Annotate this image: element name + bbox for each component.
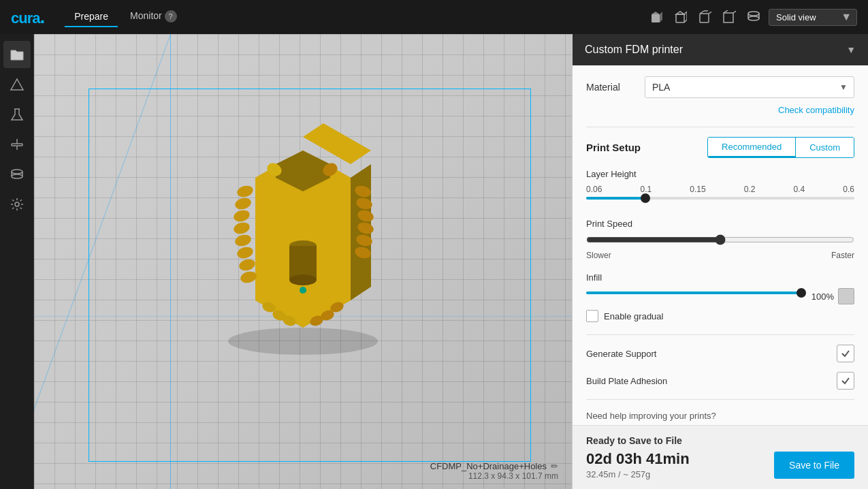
svg-rect-12 <box>724 13 733 22</box>
view-select[interactable]: Solid view X-ray view Layers view <box>769 9 857 26</box>
layer-height-ticks: 0.06 0.1 0.15 0.2 0.4 0.6 <box>586 185 854 194</box>
viewport[interactable]: CFDMP_No+Drainage+Holes ✏ 112.3 x 94.3 x… <box>34 34 572 489</box>
enable-gradual-label: Enable gradual <box>604 311 663 321</box>
panel-title: Custom FDM printer <box>585 44 683 56</box>
save-to-file-btn[interactable]: Save to File <box>774 452 854 479</box>
speed-labels: Slower Faster <box>586 251 854 260</box>
print-speed-slider[interactable] <box>586 234 854 245</box>
speed-min-label: Slower <box>586 251 611 260</box>
material-label: Material <box>586 82 634 93</box>
ready-label: Ready to Save to File <box>586 435 854 446</box>
print-setup-header: Print Setup Recommended Custom <box>586 137 854 158</box>
print-stats: 32.45m / ~ 257g <box>586 469 690 479</box>
tick-015: 0.15 <box>690 185 705 194</box>
divider-3 <box>586 399 854 400</box>
view-dropdown-wrap: Solid view X-ray view Layers view ▼ <box>769 9 857 26</box>
svg-line-10 <box>709 11 711 14</box>
svg-point-39 <box>234 196 252 211</box>
svg-point-37 <box>289 274 317 285</box>
tick-04: 0.4 <box>793 185 805 194</box>
view-cube-layers-btn[interactable] <box>744 7 763 27</box>
view-cube-solid-btn[interactable] <box>646 7 665 27</box>
check-compat: Check compatibility <box>586 104 854 116</box>
layer-height-slider-wrap <box>586 197 854 206</box>
enable-gradual-checkbox[interactable] <box>586 310 598 322</box>
toggle-custom-btn[interactable]: Custom <box>796 138 854 157</box>
svg-marker-4 <box>676 12 684 14</box>
tab-prepare[interactable]: Prepare <box>65 7 118 27</box>
svg-rect-8 <box>700 14 709 22</box>
material-row: Material PLA ABS PETG TPU ▼ <box>586 76 854 98</box>
svg-point-40 <box>232 208 251 223</box>
tick-01: 0.1 <box>640 185 652 194</box>
print-speed-label: Print Speed <box>586 219 854 229</box>
view-cube-outline-btn[interactable] <box>695 7 714 27</box>
time-stats-wrap: 02d 03h 41min 32.45m / ~ 257g <box>586 450 690 479</box>
material-select[interactable]: PLA ABS PETG TPU <box>645 76 854 98</box>
material-select-wrap: PLA ABS PETG TPU ▼ <box>645 76 854 98</box>
panel-footer: Ready to Save to File 02d 03h 41min 32.4… <box>573 425 868 489</box>
sidebar-item-shapes[interactable] <box>3 71 31 98</box>
sidebar-item-settings[interactable] <box>3 191 31 218</box>
tick-006: 0.06 <box>586 185 602 194</box>
header-icons: Solid view X-ray view Layers view ▼ <box>646 7 857 27</box>
infill-label: Infill <box>586 272 854 283</box>
axis-vertical <box>170 34 171 489</box>
generate-support-checkbox[interactable] <box>837 345 854 362</box>
infill-value-wrap: 100% <box>808 288 854 304</box>
layer-height-thumb[interactable] <box>641 193 650 203</box>
svg-point-45 <box>239 270 257 285</box>
tab-monitor[interactable]: Monitor ? <box>120 6 187 28</box>
svg-rect-0 <box>652 14 660 22</box>
panel-header: Custom FDM printer ▼ <box>573 34 868 65</box>
generate-support-label: Generate Support <box>586 349 656 359</box>
edit-model-icon[interactable]: ✏ <box>551 461 558 471</box>
svg-marker-1 <box>652 12 660 14</box>
generate-support-row: Generate Support <box>586 345 854 362</box>
svg-point-24 <box>12 170 22 174</box>
view-cube-wire-btn[interactable] <box>671 7 690 27</box>
infill-row: 100% <box>586 288 854 304</box>
infill-thumb[interactable] <box>797 288 806 298</box>
infill-fill <box>586 291 801 294</box>
print-setup-title: Print Setup <box>586 142 641 153</box>
svg-marker-19 <box>11 79 23 90</box>
tick-02: 0.2 <box>744 185 756 194</box>
build-plate-checkbox[interactable] <box>837 372 854 390</box>
sidebar-item-layers[interactable] <box>3 161 31 188</box>
sidebar-item-flask[interactable] <box>3 101 31 128</box>
svg-point-43 <box>236 245 254 260</box>
axis-diagonal <box>34 34 171 489</box>
build-plate-row: Build Plate Adhesion <box>586 372 854 390</box>
logo-dot: . <box>39 6 44 27</box>
infill-swatch <box>838 288 854 304</box>
viewport-canvas: CFDMP_No+Drainage+Holes ✏ 112.3 x 94.3 x… <box>34 34 572 489</box>
panel-body: Material PLA ABS PETG TPU ▼ Check compat… <box>573 65 868 425</box>
sidebar <box>0 34 34 489</box>
panel-collapse-btn[interactable]: ▼ <box>846 44 856 55</box>
toggle-recommended-btn[interactable]: Recommended <box>708 138 796 157</box>
sidebar-item-tool[interactable] <box>3 131 31 158</box>
layer-height-label: Layer Height <box>586 169 854 179</box>
svg-point-42 <box>234 233 252 248</box>
svg-point-29 <box>228 328 378 355</box>
model-info: CFDMP_No+Drainage+Holes ✏ 112.3 x 94.3 x… <box>430 461 558 481</box>
svg-point-60 <box>300 287 306 294</box>
divider-1 <box>586 127 854 127</box>
svg-marker-2 <box>660 12 662 22</box>
build-plate-label: Build Plate Adhesion <box>586 376 667 386</box>
divider-2 <box>586 334 854 335</box>
svg-line-14 <box>733 10 736 13</box>
footer-row: 02d 03h 41min 32.45m / ~ 257g Save to Fi… <box>586 450 854 479</box>
svg-point-44 <box>238 257 256 272</box>
svg-point-41 <box>232 221 251 236</box>
view-cube-flat-btn[interactable] <box>720 7 739 27</box>
check-compat-link[interactable]: Check compatibility <box>778 105 854 115</box>
sidebar-item-folder[interactable] <box>3 41 31 68</box>
layer-height-fill <box>586 197 645 200</box>
layer-height-setting: Layer Height 0.06 0.1 0.15 0.2 0.4 0.6 <box>586 169 854 206</box>
infill-value-text: 100% <box>808 291 834 302</box>
infill-slider-wrap <box>586 291 801 301</box>
infill-track <box>586 291 801 294</box>
monitor-help-icon[interactable]: ? <box>165 10 177 22</box>
